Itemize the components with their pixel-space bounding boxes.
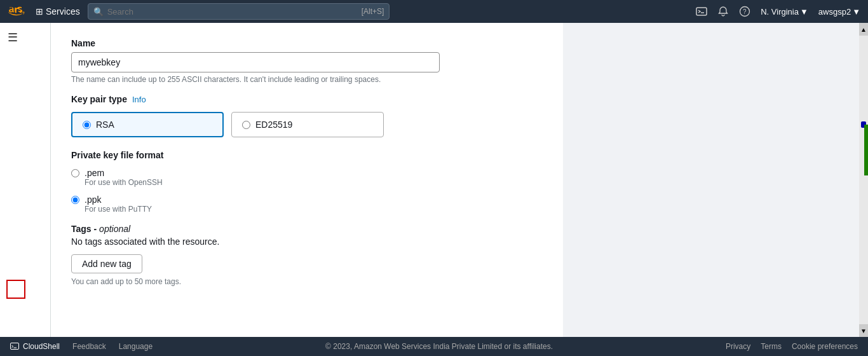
pem-radio[interactable] <box>71 169 79 177</box>
page-layout: ☰ Name The name can include up to 255 AS… <box>0 23 868 337</box>
name-input[interactable] <box>71 52 440 72</box>
scrollbar-up[interactable]: ▲ <box>859 23 868 36</box>
ppk-hint: For use with PuTTY <box>85 205 152 214</box>
ppk-label: .ppk <box>85 195 152 205</box>
scrollbar-thumb-green <box>864 125 868 175</box>
nav-icons: ? N. Virginia ▼ awsgsp2 ▼ <box>696 6 860 17</box>
svg-rect-4 <box>11 343 19 350</box>
cloudshell-label: CloudShell <box>23 342 60 351</box>
top-navigation: ⊞ Services 🔍 [Alt+S] ? <box>0 0 868 23</box>
help-icon[interactable]: ? <box>739 6 750 17</box>
sidebar: ☰ <box>0 23 51 337</box>
scrollbar-down[interactable]: ▼ <box>859 324 868 337</box>
rsa-label: RSA <box>96 120 114 130</box>
region-label: N. Virginia <box>761 7 799 17</box>
services-menu[interactable]: ⊞ Services <box>36 6 80 17</box>
footer: CloudShell Feedback Language © 2023, Ama… <box>0 337 868 356</box>
red-box-indicator <box>6 280 25 299</box>
region-chevron: ▼ <box>800 7 808 17</box>
tags-none-message: No tags associated with the resource. <box>71 236 543 247</box>
name-hint: The name can include up to 255 ASCII cha… <box>71 75 543 84</box>
footer-copyright: © 2023, Amazon Web Services India Privat… <box>165 342 713 351</box>
key-pair-type-group: RSA ED25519 <box>71 112 543 137</box>
rsa-radio[interactable] <box>83 121 91 129</box>
search-shortcut: [Alt+S] <box>362 7 384 16</box>
language-link[interactable]: Language <box>119 342 153 351</box>
tags-hint: You can add up to 50 more tags. <box>71 277 543 286</box>
main-content: Name The name can include up to 255 ASCI… <box>51 23 563 337</box>
grid-icon: ⊞ <box>36 6 43 17</box>
feedback-link[interactable]: Feedback <box>72 342 106 351</box>
tags-label: Tags <box>71 224 92 234</box>
form-section: Name The name can include up to 255 ASCI… <box>71 38 543 286</box>
tags-title: Tags - optional <box>71 224 543 234</box>
pem-option: .pem For use with OpenSSH <box>71 168 543 187</box>
key-pair-type-label: Key pair type <box>71 94 127 104</box>
cloudshell-footer[interactable]: CloudShell <box>10 342 60 351</box>
ppk-option: .ppk For use with PuTTY <box>71 195 543 214</box>
cookie-preferences-link[interactable]: Cookie preferences <box>792 342 858 351</box>
svg-text:?: ? <box>743 8 747 15</box>
services-label: Services <box>46 6 80 17</box>
private-key-format-label: Private key file format <box>71 150 543 160</box>
ppk-radio[interactable] <box>71 196 79 204</box>
pem-hint: For use with OpenSSH <box>85 178 163 187</box>
footer-right: Privacy Terms Cookie preferences <box>726 342 858 351</box>
account-menu[interactable]: awsgsp2 ▼ <box>818 7 860 17</box>
add-tag-button[interactable]: Add new tag <box>71 254 142 273</box>
terms-link[interactable]: Terms <box>761 342 782 351</box>
ed25519-label: ED25519 <box>255 120 292 130</box>
sidebar-toggle[interactable]: ☰ <box>0 23 50 52</box>
search-input[interactable] <box>107 7 358 17</box>
svg-rect-0 <box>696 8 707 15</box>
account-chevron: ▼ <box>852 7 860 17</box>
pem-info: .pem For use with OpenSSH <box>85 168 163 187</box>
aws-logo[interactable] <box>8 5 28 18</box>
ppk-info: .ppk For use with PuTTY <box>85 195 152 214</box>
region-selector[interactable]: N. Virginia ▼ <box>761 7 808 17</box>
tags-optional: optional <box>99 224 130 234</box>
name-label: Name <box>71 38 543 48</box>
ed25519-radio[interactable] <box>242 121 250 129</box>
privacy-link[interactable]: Privacy <box>726 342 750 351</box>
ed25519-option[interactable]: ED25519 <box>231 112 384 137</box>
notifications-icon[interactable] <box>717 6 729 17</box>
pem-label: .pem <box>85 168 163 178</box>
account-label: awsgsp2 <box>818 7 851 17</box>
rsa-option[interactable]: RSA <box>71 112 224 137</box>
key-pair-info-link[interactable]: Info <box>132 95 146 104</box>
right-panel: ▲ ▼ <box>563 23 868 337</box>
scrollbar-track[interactable]: ▲ ▼ <box>859 23 868 337</box>
tags-section: Tags - optional No tags associated with … <box>71 224 543 286</box>
search-bar[interactable]: 🔍 [Alt+S] <box>88 3 390 20</box>
search-icon: 🔍 <box>93 7 104 17</box>
cloudshell-icon[interactable] <box>696 6 707 17</box>
key-pair-type-header: Key pair type Info <box>71 94 543 104</box>
